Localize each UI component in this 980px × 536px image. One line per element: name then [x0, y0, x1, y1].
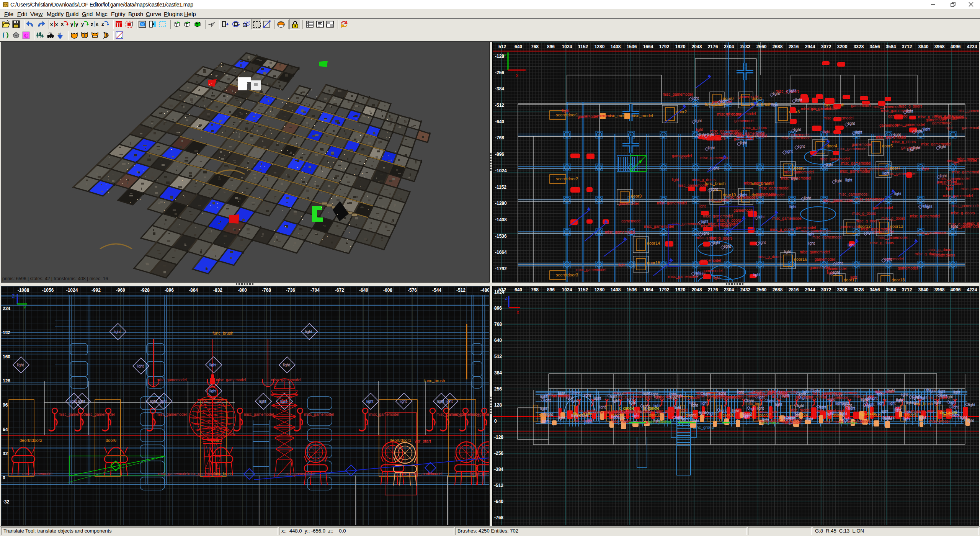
svg-text:light: light [773, 92, 780, 96]
svg-text:light: light [771, 103, 779, 107]
svg-text:gamemodel: gamemodel [851, 104, 871, 108]
svg-text:misc_g_doors: misc_g_doors [939, 181, 963, 186]
svg-text:-768: -768 [494, 515, 503, 520]
svg-text:light: light [949, 400, 957, 405]
svg-text:light: light [618, 263, 626, 267]
svg-text:misc_gamemodel: misc_gamemodel [812, 235, 842, 239]
svg-text:misc_g_doors: misc_g_doors [770, 227, 794, 232]
svg-text:256: 256 [494, 386, 502, 392]
svg-text:light: light [544, 398, 551, 402]
svg-text:misc_gamemodel: misc_gamemodel [304, 412, 334, 417]
svg-text:896: 896 [547, 287, 555, 293]
svg-text:C: C [24, 33, 28, 39]
svg-text:light: light [850, 275, 858, 279]
svg-text:air_model: air_model [575, 419, 592, 423]
svg-text:-128: -128 [494, 435, 503, 440]
svg-text:-832: -832 [213, 288, 222, 293]
svg-text:misc_g_doors: misc_g_doors [870, 241, 894, 245]
svg-text:misc_gamemodel: misc_gamemodel [678, 183, 707, 188]
svg-text:misc_model: misc_model [634, 410, 655, 414]
svg-text:gamemodel: gamemodel [733, 208, 753, 212]
svg-text:light: light [612, 399, 619, 403]
svg-text:-704: -704 [310, 288, 320, 293]
svg-text:light: light [789, 205, 797, 209]
svg-text:-32: -32 [3, 499, 10, 505]
svg-text:1152: 1152 [578, 287, 588, 293]
svg-text:-1408: -1408 [495, 217, 507, 222]
svg-text:-384: -384 [495, 86, 504, 92]
svg-text:512: 512 [498, 44, 506, 49]
svg-text:light: light [807, 232, 815, 236]
svg-text:1024: 1024 [562, 287, 572, 293]
svg-text:light: light [584, 393, 591, 397]
svg-text:light: light [934, 400, 941, 405]
svg-text:gamemodel: gamemodel [962, 126, 979, 130]
svg-text:1024: 1024 [494, 289, 505, 295]
svg-text:z: z [91, 21, 93, 27]
svg-text:light: light [794, 413, 801, 417]
svg-text:misc_gamemodel: misc_gamemodel [576, 268, 606, 272]
svg-text:-1280: -1280 [495, 201, 507, 206]
svg-text:prims: 6596 | states: 42 | tra: prims: 6596 | states: 42 | transforms: 4… [2, 276, 108, 281]
svg-text:-928: -928 [140, 288, 150, 293]
svg-text:y: y [81, 21, 84, 27]
svg-text:1792: 1792 [659, 287, 670, 293]
svg-text:misc_g_doors: misc_g_doors [707, 198, 731, 202]
svg-text:gamemodel: gamemodel [621, 219, 641, 223]
svg-text:light: light [802, 390, 810, 394]
svg-text:door5: door5 [882, 144, 893, 148]
svg-text:door16: door16 [794, 257, 807, 261]
svg-text:light: light [915, 395, 923, 399]
svg-text:misc_g_doors: misc_g_doors [717, 112, 741, 116]
svg-text:nfo_vortex: nfo_vortex [839, 421, 857, 425]
svg-text:light: light [209, 389, 217, 393]
svg-text:-736: -736 [286, 288, 295, 293]
svg-text:light: light [894, 132, 901, 137]
svg-text:3328: 3328 [854, 44, 864, 49]
svg-text:light: light [855, 130, 862, 134]
svg-text:misc_g_doors: misc_g_doors [709, 236, 732, 240]
svg-text:misc_model: misc_model [759, 410, 779, 414]
svg-text:-768: -768 [262, 288, 271, 293]
svg-text:misc_g_doors: misc_g_doors [951, 211, 975, 215]
svg-text:32: 32 [3, 451, 8, 456]
svg-text:3072: 3072 [821, 287, 831, 293]
svg-text:door13: door13 [890, 224, 903, 229]
svg-text:light: light [711, 187, 718, 191]
svg-text:gamemodel: gamemodel [789, 133, 809, 137]
svg-text:4096: 4096 [951, 287, 961, 293]
svg-text:light: light [114, 330, 121, 334]
svg-text:Y: Y [23, 305, 26, 310]
svg-text:light: light [885, 257, 892, 261]
svg-text:misc_g_doors: misc_g_doors [852, 211, 876, 216]
svg-text:-1088: -1088 [18, 288, 29, 293]
svg-text:light: light [709, 412, 716, 416]
svg-text:2304: 2304 [724, 287, 734, 293]
svg-text:-640: -640 [495, 119, 504, 124]
svg-text:light: light [940, 174, 947, 178]
svg-text:misc_gamemodel: misc_gamemodel [855, 197, 885, 201]
svg-text:light: light [848, 406, 856, 410]
svg-text:-1664: -1664 [495, 250, 507, 255]
svg-text:misc_g_doors: misc_g_doors [881, 216, 905, 221]
svg-text:light: light [542, 419, 550, 423]
svg-text:light: light [795, 98, 802, 102]
svg-text:misc_gamemodel: misc_gamemodel [947, 159, 977, 163]
svg-text:light: light [866, 404, 873, 408]
svg-text:misc_gamemodel: misc_gamemodel [59, 412, 88, 417]
svg-text:light: light [901, 392, 908, 397]
svg-text:1024: 1024 [562, 44, 572, 49]
svg-text:misc_gamemodel: misc_gamemodel [957, 109, 979, 113]
svg-text:2944: 2944 [805, 44, 815, 49]
svg-text:light: light [78, 399, 85, 404]
svg-text:misc_gamemodel: misc_gamemodel [800, 250, 830, 254]
svg-text:misc_g_doors: misc_g_doors [928, 248, 952, 252]
svg-text:gamemodel: gamemodel [764, 193, 784, 197]
svg-text:light: light [953, 390, 960, 394]
svg-text:light: light [702, 231, 709, 235]
svg-text:light: light [743, 415, 751, 419]
svg-text:func_bros: func_bros [745, 402, 762, 406]
svg-text:3840: 3840 [918, 287, 929, 293]
svg-text:misc_model: misc_model [853, 394, 874, 399]
svg-text:door14: door14 [647, 241, 660, 245]
